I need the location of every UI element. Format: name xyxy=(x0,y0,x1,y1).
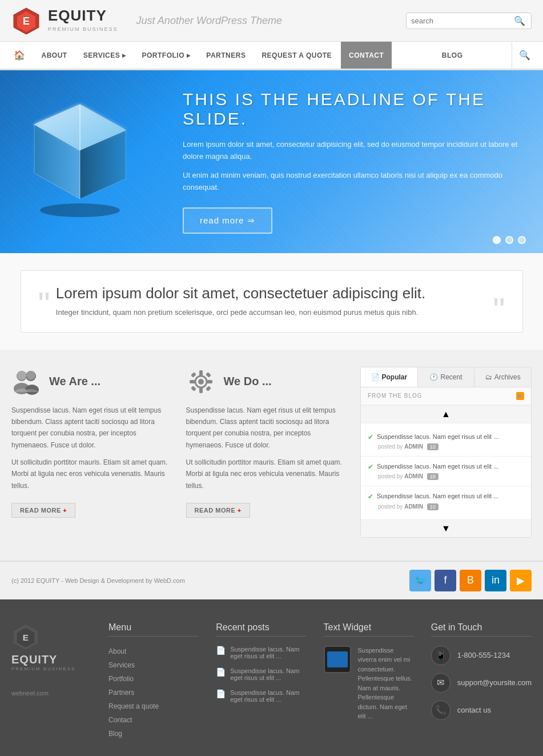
post-author-3[interactable]: ADMIN xyxy=(404,503,423,510)
main-nav: 🏠 ABOUT SERVICES ▸ PORTFOLIO ▸ PARTNERS … xyxy=(0,42,543,70)
header: E EQUITY PREMIUM BUSINESS Just Another W… xyxy=(0,0,543,42)
we-are-read-more-button[interactable]: READ MORE xyxy=(11,503,75,518)
phone-item: 📱 1-800-555-1234 xyxy=(431,646,532,665)
footer-link-portfolio[interactable]: Portfolio xyxy=(108,675,134,683)
quote-mark-left: " xyxy=(38,296,50,313)
footer-logo-icon: E xyxy=(11,622,40,651)
tablet-icon xyxy=(324,646,351,673)
post-meta-2: posted by ADMIN 10 xyxy=(368,473,524,480)
footer-link-contact[interactable]: Contact xyxy=(108,716,132,724)
we-are-title: We Are ... xyxy=(49,375,100,388)
nav-about[interactable]: ABOUT xyxy=(34,42,75,69)
email-text: support@yoursite.com xyxy=(457,678,532,687)
tab-popular[interactable]: 📄 Popular xyxy=(361,367,418,387)
svg-text:E: E xyxy=(23,632,29,642)
we-are-para1: Suspendisse lacus. Nam eget risus ut eli… xyxy=(11,405,175,451)
contact-us-item: 📞 contact us xyxy=(431,701,532,720)
facebook-icon[interactable]: f xyxy=(435,570,456,591)
twitter-icon[interactable]: 🐦 xyxy=(409,570,431,591)
blogger-icon[interactable]: B xyxy=(460,570,481,591)
tab-recent-label: Recent xyxy=(440,373,462,381)
svg-point-13 xyxy=(17,371,26,380)
popular-icon: 📄 xyxy=(371,373,380,381)
tab-archives[interactable]: 🗂 Archives xyxy=(474,367,531,387)
contact-icon: 📞 xyxy=(431,701,451,720)
footer-link-services[interactable]: Services xyxy=(108,661,135,669)
footer-link-partners[interactable]: Partners xyxy=(108,689,134,697)
nav-portfolio[interactable]: PORTFOLIO ▸ xyxy=(134,42,198,69)
footer-recent-posts-column: Recent posts 📄 Suspendisse lacus. Nam eg… xyxy=(216,622,306,742)
footer-logo-column: E EQUITY PREMIUM BUSINESS webneel.com xyxy=(11,622,91,742)
scroll-up-button[interactable]: ▲ xyxy=(361,405,531,423)
nav-partners[interactable]: PARTNERS xyxy=(198,42,254,69)
tablet-screen xyxy=(327,651,348,667)
nav-blog[interactable]: BLOG xyxy=(393,42,512,69)
recent-post-item-2: 📄 Suspendisse lacus. Nam eget risus ut e… xyxy=(216,667,306,681)
footer-text-widget-title: Text Widget xyxy=(324,622,414,637)
search-button[interactable]: 🔍 xyxy=(514,15,525,26)
footer-link-about[interactable]: About xyxy=(108,647,126,655)
post-author-2[interactable]: ADMIN xyxy=(404,473,423,479)
logo-area: E EQUITY PREMIUM BUSINESS Just Another W… xyxy=(11,6,282,35)
footer-link-blog[interactable]: Blog xyxy=(108,730,122,738)
hero-para2: Ut enim ad minim veniam, quis nostrud ex… xyxy=(183,170,520,194)
check-icon-2: ✔ xyxy=(368,463,373,471)
svg-rect-18 xyxy=(199,387,203,393)
social-icons: 🐦 f B in ▶ xyxy=(409,570,532,591)
post-count-3: 10 xyxy=(427,503,439,510)
we-do-header: We Do ... xyxy=(186,367,349,397)
we-do-body: Suspendisse lacus. Nam eget risus ut eli… xyxy=(186,405,349,492)
nav-request-quote[interactable]: REQUEST A QUOTE xyxy=(254,42,340,69)
search-input[interactable] xyxy=(411,17,514,25)
recent-icon: 🕐 xyxy=(429,373,438,381)
check-icon-1: ✔ xyxy=(368,433,373,441)
tab-recent[interactable]: 🕐 Recent xyxy=(418,367,475,387)
svg-point-14 xyxy=(26,371,35,380)
we-do-para1: Suspendisse lacus. Nam eget risus ut eli… xyxy=(186,405,349,451)
quote-main: Lorem ipsum dolor sit amet, consectetuer… xyxy=(38,285,505,302)
check-icon-3: ✔ xyxy=(368,493,373,501)
footer-contact-title: Get in Touch xyxy=(431,622,532,637)
tagline: Just Another WordPress Theme xyxy=(136,15,282,27)
quote-mark-right: " xyxy=(493,302,505,319)
email-icon: ✉ xyxy=(431,673,451,693)
we-are-para2: Ut sollicitudin porttitor mauris. Etiam … xyxy=(11,457,175,491)
nav-search-icon[interactable]: 🔍 xyxy=(512,42,537,69)
webneel-credit: webneel.com xyxy=(11,689,91,697)
tab-archives-label: Archives xyxy=(494,373,521,381)
footer-logo-sub: PREMIUM BUSINESS xyxy=(11,666,91,671)
nav-services[interactable]: SERVICES ▸ xyxy=(75,42,134,69)
footer-menu-title: Menu xyxy=(108,622,199,637)
nav-home[interactable]: 🏠 xyxy=(6,42,34,69)
chevron-up-icon: ▲ xyxy=(441,409,451,419)
recent-post-text-1: Suspendisse lacus. Nam eget risus ut eli… xyxy=(230,646,306,659)
bottom-footer: E EQUITY PREMIUM BUSINESS webneel.com Me… xyxy=(0,599,543,756)
recent-post-text-3: Suspendisse lacus. Nam eget risus ut eli… xyxy=(230,689,306,703)
nav-contact[interactable]: CONTACT xyxy=(341,42,392,69)
phone-icon: 📱 xyxy=(431,646,451,665)
post-author-1[interactable]: ADMIN xyxy=(404,443,423,450)
scroll-down-button[interactable]: ▼ xyxy=(361,519,531,537)
svg-point-16 xyxy=(198,379,204,385)
content-section: We Are ... Suspendisse lacus. Nam eget r… xyxy=(0,350,543,561)
footer-get-in-touch-column: Get in Touch 📱 1-800-555-1234 ✉ support@… xyxy=(431,622,532,742)
linkedin-icon[interactable]: in xyxy=(485,570,506,591)
blog-tabs: 📄 Popular 🕐 Recent 🗂 Archives xyxy=(361,367,531,387)
we-do-read-more-button[interactable]: READ MORE xyxy=(186,503,250,518)
footer-link-request-quote[interactable]: Request a quote xyxy=(108,702,159,710)
post-doc-icon-2: 📄 xyxy=(216,667,226,681)
post-title-text-3: Suspendisse lacus. Nam eget risus ut eli… xyxy=(377,492,498,501)
recent-post-item-1: 📄 Suspendisse lacus. Nam eget risus ut e… xyxy=(216,646,306,659)
quote-sub: Integer tincidunt, quam non pretium scel… xyxy=(38,307,505,318)
svg-rect-24 xyxy=(206,386,211,391)
hero-read-more-button[interactable]: read more ⇒ xyxy=(183,207,272,234)
we-do-column: We Do ... Suspendisse lacus. Nam eget ri… xyxy=(186,367,349,538)
svg-point-3 xyxy=(40,203,120,217)
post-count-1: 10 xyxy=(427,443,439,450)
post-title-1: ✔ Suspendisse lacus. Nam eget risus ut e… xyxy=(368,433,524,441)
svg-rect-17 xyxy=(199,370,203,376)
rss-icon-footer[interactable]: ▶ xyxy=(510,570,532,591)
contact-us-text: contact us xyxy=(457,706,491,714)
post-doc-icon-3: 📄 xyxy=(216,689,226,703)
post-meta-3: posted by ADMIN 10 xyxy=(368,503,524,510)
